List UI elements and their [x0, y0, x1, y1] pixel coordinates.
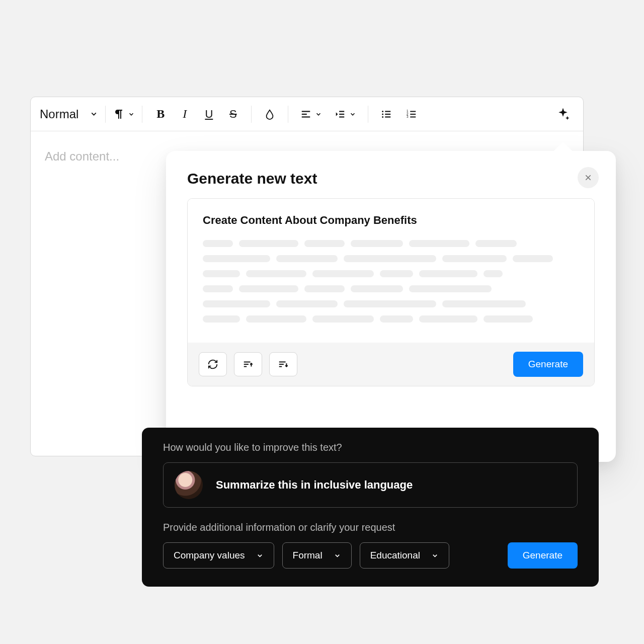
toolbar-divider: [288, 106, 288, 123]
svg-text:3: 3: [407, 115, 409, 118]
svg-text:1: 1: [407, 109, 409, 113]
text-format-group: B I U S: [149, 103, 244, 125]
editor-placeholder: Add content...: [45, 149, 119, 163]
dialog-title: Generate new text: [187, 170, 595, 187]
chevron-down-icon: [315, 111, 322, 118]
chevron-down-icon: [90, 110, 98, 118]
improve-chips-row: Company values Formal Educational Genera…: [163, 542, 578, 569]
chevron-down-icon: [256, 552, 264, 559]
style-chip[interactable]: Educational: [360, 542, 449, 569]
improve-input[interactable]: [216, 478, 566, 492]
ai-sparkle-button[interactable]: [552, 103, 574, 125]
svg-point-6: [382, 110, 383, 112]
toolbar-divider: [368, 106, 368, 123]
tone-chip[interactable]: Formal: [282, 542, 352, 569]
underline-button[interactable]: U: [198, 103, 220, 125]
generate-actions-row: Generate: [188, 343, 594, 386]
toolbar-divider: [251, 106, 252, 123]
paragraph-style-select[interactable]: Normal: [40, 107, 98, 121]
chevron-down-icon: [128, 111, 135, 118]
topic-chip[interactable]: Company values: [163, 542, 274, 569]
align-button[interactable]: [295, 103, 327, 125]
regenerate-button[interactable]: [199, 352, 227, 376]
chip-label: Formal: [293, 550, 323, 561]
strikethrough-button[interactable]: S: [222, 103, 244, 125]
improve-clarify-label: Provide additional information or clarif…: [163, 522, 578, 533]
bulleted-list-button[interactable]: [375, 103, 397, 125]
lengthen-button[interactable]: [269, 352, 297, 376]
italic-button[interactable]: I: [174, 103, 196, 125]
chip-label: Educational: [370, 550, 420, 561]
generate-prompt-text: Create Content About Company Benefits: [203, 214, 579, 227]
avatar: [175, 471, 203, 499]
paragraph-format-button[interactable]: [113, 103, 135, 125]
close-button[interactable]: [578, 167, 599, 188]
svg-point-10: [382, 116, 383, 117]
chevron-down-icon: [349, 111, 356, 118]
improve-text-panel: How would you like to improve this text?…: [142, 428, 599, 587]
generate-text-dialog: Generate new text Create Content About C…: [166, 151, 616, 462]
paragraph-style-label: Normal: [40, 107, 78, 121]
bold-button[interactable]: B: [149, 103, 172, 125]
loading-skeleton: [203, 240, 579, 323]
numbered-list-button[interactable]: 1 2 3: [400, 103, 423, 125]
shorten-button[interactable]: [234, 352, 262, 376]
improve-generate-button[interactable]: Generate: [508, 542, 578, 569]
svg-point-8: [382, 113, 383, 115]
generate-button[interactable]: Generate: [513, 352, 583, 377]
chevron-down-icon: [431, 552, 439, 559]
toolbar-divider: [105, 106, 106, 123]
improve-input-row[interactable]: [163, 462, 578, 508]
improve-question-label: How would you like to improve this text?: [163, 442, 578, 453]
generate-result-box: Create Content About Company Benefits: [187, 198, 595, 386]
toolbar-divider: [142, 106, 142, 123]
indent-button[interactable]: [330, 103, 361, 125]
chevron-down-icon: [334, 552, 341, 559]
svg-text:2: 2: [407, 112, 409, 115]
chip-label: Company values: [174, 550, 245, 561]
text-color-button[interactable]: [259, 103, 281, 125]
editor-toolbar: Normal B I U S: [31, 97, 583, 131]
